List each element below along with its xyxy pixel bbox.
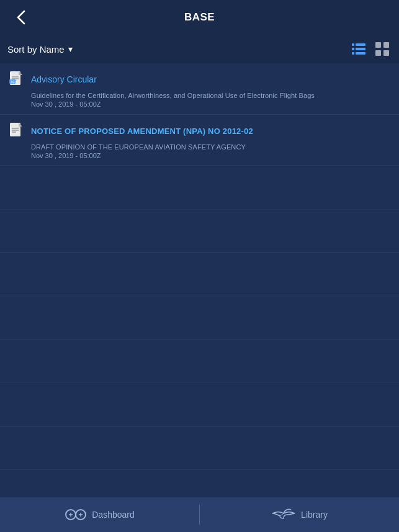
svg-text:AC: AC xyxy=(11,81,16,84)
svg-rect-4 xyxy=(352,52,354,55)
empty-row xyxy=(0,166,399,210)
svg-rect-3 xyxy=(356,48,365,50)
library-tab[interactable]: Library xyxy=(200,506,399,523)
dashboard-icon xyxy=(65,508,87,521)
chevron-down-icon: ▾ xyxy=(68,44,73,54)
empty-row xyxy=(0,253,399,296)
back-button[interactable] xyxy=(10,6,32,29)
list-view-button[interactable] xyxy=(349,41,368,57)
grid-view-button[interactable] xyxy=(373,40,392,58)
item-subtitle: DRAFT OPINION OF THE EUROPEAN AVIATION S… xyxy=(7,143,392,151)
item-date: Nov 30 , 2019 - 05:00Z xyxy=(7,100,392,108)
header: BASE xyxy=(0,0,399,35)
svg-rect-1 xyxy=(356,43,365,46)
dashboard-tab[interactable]: Dashboard xyxy=(0,508,199,521)
empty-row xyxy=(0,210,399,253)
svg-rect-6 xyxy=(375,42,381,48)
tab-bar: Dashboard Library xyxy=(0,497,399,532)
dashboard-tab-label: Dashboard xyxy=(92,510,135,520)
view-controls xyxy=(349,40,392,58)
svg-rect-2 xyxy=(352,48,354,50)
item-date: Nov 30 , 2019 - 05:00Z xyxy=(7,152,392,159)
document-list: AC Advisory Circular Guidelines for the … xyxy=(0,63,399,513)
document-icon: AC xyxy=(7,69,25,89)
empty-row xyxy=(0,383,399,427)
empty-row xyxy=(0,340,399,383)
svg-rect-9 xyxy=(383,50,389,56)
list-item[interactable]: NOTICE OF PROPOSED AMENDMENT (NPA) NO 20… xyxy=(0,115,399,166)
svg-rect-7 xyxy=(383,42,389,48)
library-icon xyxy=(271,506,296,523)
item-subtitle: Guidelines for the Certification, Airwor… xyxy=(7,92,392,99)
sort-button[interactable]: Sort by Name ▾ xyxy=(7,44,73,55)
toolbar: Sort by Name ▾ xyxy=(0,35,399,63)
empty-section xyxy=(0,166,399,513)
empty-row xyxy=(0,296,399,340)
document-icon xyxy=(7,121,25,141)
page-title: BASE xyxy=(184,11,215,24)
item-title[interactable]: NOTICE OF PROPOSED AMENDMENT (NPA) NO 20… xyxy=(31,126,253,136)
svg-rect-0 xyxy=(352,43,354,46)
empty-row xyxy=(0,427,399,470)
svg-rect-5 xyxy=(356,52,365,55)
item-title[interactable]: Advisory Circular xyxy=(31,74,97,84)
sort-label: Sort by Name xyxy=(7,44,65,55)
list-item[interactable]: AC Advisory Circular Guidelines for the … xyxy=(0,63,399,115)
library-tab-label: Library xyxy=(301,510,328,520)
svg-rect-8 xyxy=(375,50,381,56)
